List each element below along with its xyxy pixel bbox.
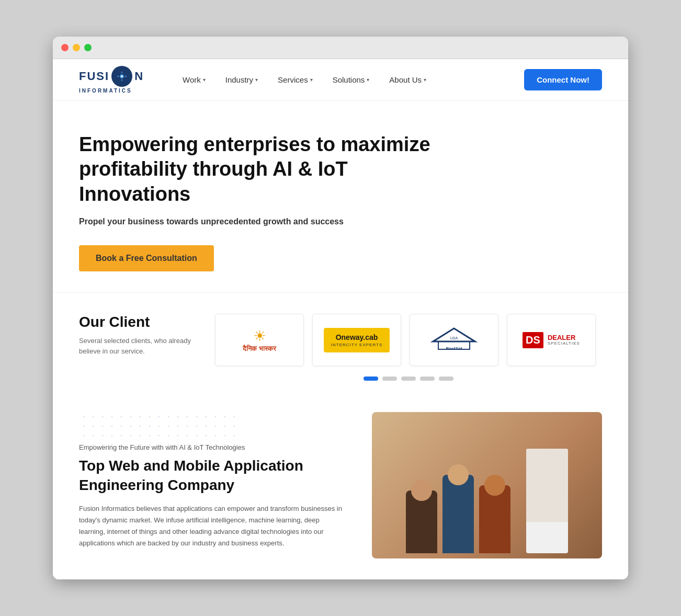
page-content: FUSI N bbox=[53, 59, 628, 580]
nav-item-industry[interactable]: Industry ▾ bbox=[218, 71, 265, 88]
nav-item-services[interactable]: Services ▾ bbox=[270, 71, 320, 88]
client-logo-roofaid: RoofAid USA bbox=[410, 314, 498, 366]
close-button-icon[interactable] bbox=[61, 44, 69, 51]
hero-section: Empowering enterprises to maximize profi… bbox=[53, 101, 471, 293]
client-logo-dainik-bhaskar: ☀ दैनिक भास्कर bbox=[215, 314, 304, 366]
team-photo bbox=[372, 412, 602, 558]
carousel-dot-4[interactable] bbox=[420, 377, 435, 381]
clients-description: Several selected clients, who already be… bbox=[79, 336, 194, 356]
bottom-section: Empowering the Future with with AI & IoT… bbox=[53, 402, 628, 579]
main-nav: Work ▾ Industry ▾ Services ▾ Solutions ▾… bbox=[175, 71, 524, 88]
clients-logos: ☀ दैनिक भास्कर Oneway.cab INTERCITY EXPE… bbox=[215, 314, 602, 366]
bottom-description: Fusion Informatics believes that applica… bbox=[79, 503, 346, 549]
clients-text: Our Client Several selected clients, who… bbox=[79, 314, 194, 356]
logo-subtext: INFORMATICS bbox=[79, 88, 144, 94]
client-logo-ds-dealer: DS DEALER SPECIALTIES bbox=[507, 314, 596, 366]
logo-text-part1: FUSI bbox=[79, 70, 109, 83]
clients-section: Our Client Several selected clients, who… bbox=[53, 292, 628, 402]
site-header: FUSI N bbox=[53, 59, 628, 101]
browser-chrome bbox=[53, 37, 628, 59]
carousel-dots bbox=[215, 377, 602, 381]
clients-section-title: Our Client bbox=[79, 314, 194, 330]
svg-text:USA: USA bbox=[450, 336, 458, 340]
dot-pattern-decoration bbox=[79, 412, 236, 454]
chevron-down-icon: ▾ bbox=[424, 77, 426, 83]
logo-icon bbox=[111, 66, 132, 87]
carousel-dot-5[interactable] bbox=[439, 377, 453, 381]
chevron-down-icon: ▾ bbox=[203, 77, 206, 83]
logo-area[interactable]: FUSI N bbox=[79, 66, 144, 94]
chevron-down-icon: ▾ bbox=[310, 77, 313, 83]
connect-now-button[interactable]: Connect Now! bbox=[524, 69, 602, 90]
carousel-dot-2[interactable] bbox=[382, 377, 397, 381]
nav-item-work[interactable]: Work ▾ bbox=[175, 71, 213, 88]
bottom-title: Top Web and Mobile Application Engineeri… bbox=[79, 457, 346, 495]
carousel-dot-1[interactable] bbox=[364, 377, 378, 381]
carousel-dot-3[interactable] bbox=[401, 377, 416, 381]
hero-title: Empowering enterprises to maximize profi… bbox=[79, 132, 445, 207]
nav-item-about-us[interactable]: About Us ▾ bbox=[382, 71, 434, 88]
browser-window: FUSI N bbox=[53, 37, 628, 580]
client-logo-oneway-cab: Oneway.cab INTERCITY EXPERTS bbox=[312, 314, 401, 366]
book-consultation-button[interactable]: Book a Free Consultation bbox=[79, 245, 214, 271]
chevron-down-icon: ▾ bbox=[255, 77, 258, 83]
svg-point-2 bbox=[121, 75, 123, 77]
chevron-down-icon: ▾ bbox=[367, 77, 369, 83]
minimize-button-icon[interactable] bbox=[73, 44, 80, 51]
nav-item-solutions[interactable]: Solutions ▾ bbox=[325, 71, 377, 88]
svg-text:RoofAid: RoofAid bbox=[446, 346, 462, 351]
logo-text-part2: N bbox=[134, 70, 144, 83]
maximize-button-icon[interactable] bbox=[84, 44, 92, 51]
hero-subtitle: Propel your business towards unprecedent… bbox=[79, 217, 445, 226]
